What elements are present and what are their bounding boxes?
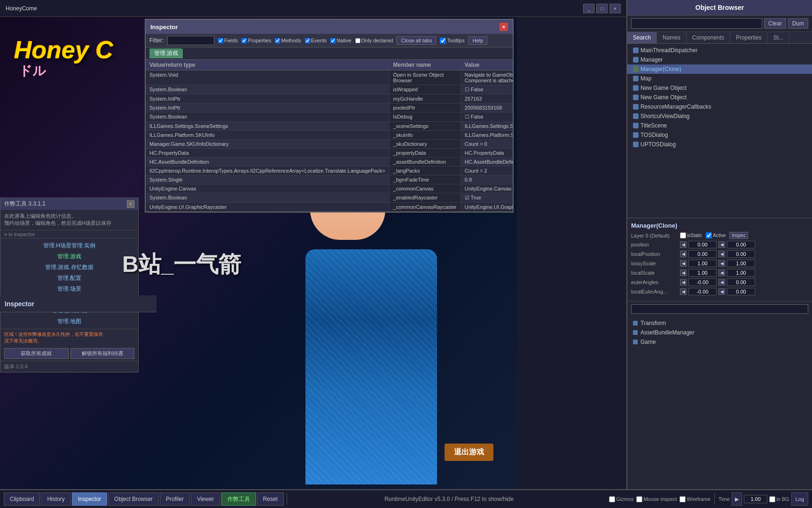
ob-item-10[interactable]: UPTOSDialog [627,140,812,149]
tab-search[interactable]: Search [627,32,657,43]
tool-item-7[interactable]: 管理.地图 [0,316,138,327]
table-row[interactable]: System.IntPtrpooledPtr2009683159168 [146,103,513,112]
properties-checkbox[interactable]: Properties [242,38,271,43]
inspector-button[interactable]: Inspector [72,492,107,506]
mc-ls-y[interactable] [727,260,755,267]
ob-item-7[interactable]: ShortcutViewDialog [627,111,812,121]
mc-ea-y[interactable] [727,278,755,286]
mc-pos-y[interactable] [727,241,755,248]
mc-lpos-y[interactable] [727,250,755,258]
profiler-button[interactable]: Profiler [160,492,190,506]
unlock-benefits-button[interactable]: 解锁所有福利待遇 [70,348,135,359]
tool-item-1[interactable]: 管理.游戏 [0,251,138,262]
mc-lsc-btn2[interactable]: ◀ [718,270,725,276]
table-row[interactable]: System.IntPtrmyGcHandle257163 [146,95,513,103]
methods-checkbox[interactable]: Methods [275,38,301,43]
time-play-button[interactable]: ▶ [732,492,742,506]
mc-pos-x[interactable] [688,241,717,248]
mc-lpos-btn2[interactable]: ◀ [718,251,725,257]
events-checkbox[interactable]: Events [305,38,327,43]
get-achievements-button[interactable]: 获取所有成就 [4,348,69,359]
table-row[interactable]: System.VoidOpen in Scene Object BrowserN… [146,71,513,85]
mc-le-y[interactable] [727,288,755,295]
ob-item-3[interactable]: Map [627,74,812,83]
inspector-close-button[interactable]: × [500,23,508,31]
table-row[interactable]: ILLGames.Settings.SceneSettings_sceneSet… [146,122,513,131]
filter-input[interactable] [167,36,214,45]
ob-item-2[interactable]: Manager(Clone) [627,64,812,74]
tab-names[interactable]: Names [657,32,687,43]
table-row[interactable]: ILLGames.Platform.SKUInfo_skuInfoILLGame… [146,131,513,140]
mc-ea-btn1[interactable]: ◀ [680,279,687,286]
inspect-button[interactable]: Inspec [729,232,748,239]
mc-le-x[interactable] [688,288,717,295]
help-button[interactable]: Help [468,36,488,45]
inspector-scroll-area[interactable]: Value/return type Member name Value Syst… [146,60,513,212]
native-checkbox[interactable]: Native [330,38,351,43]
ob-item-6[interactable]: ResourceManagerCallbacks [627,102,812,111]
ob-item-1[interactable]: Manager [627,55,812,64]
tab-components[interactable]: Components [687,32,730,43]
mc-ls-btn2[interactable]: ◀ [718,260,725,267]
table-row[interactable]: Manager.Game.SKUInfoDictionary_skuDictio… [146,140,513,149]
mc-lpos-x[interactable] [688,250,717,258]
mc-lsc-btn1[interactable]: ◀ [680,270,687,276]
mc-lsc-x[interactable] [688,269,717,277]
mc-le-btn2[interactable]: ◀ [718,288,725,295]
mouse-inspect-checkbox[interactable]: Mouse inspect [636,496,677,502]
ob-item-4[interactable]: New Game Object [627,83,812,93]
active-checkbox[interactable]: Active [706,232,726,238]
table-row[interactable]: UnityEngine.Canvas_commonCanvasUnityEngi… [146,184,513,193]
history-button[interactable]: History [41,492,70,506]
mc-le-btn1[interactable]: ◀ [680,288,687,295]
tool-item-2[interactable]: 管理.游戏.存忆数据 [0,262,138,273]
tool-item-4[interactable]: 管理.场景 [0,284,138,294]
reset-button[interactable]: Reset [257,492,284,506]
mc-lsc-y[interactable] [727,269,755,277]
mc-pos-btn1[interactable]: ◀ [680,241,687,248]
dump-button[interactable]: Dum [788,18,808,29]
table-row[interactable]: HC.AssetBundleDefinition_assetBundleDefi… [146,158,513,167]
close-all-tabs-button[interactable]: Close all tabs [397,36,436,45]
table-row[interactable]: UnityEngine.UI.GraphicRaycaster_commonCa… [146,203,513,212]
mc-ls-x[interactable] [688,260,717,267]
ob-item-8[interactable]: TitleScene [627,121,812,130]
table-row[interactable]: System.Boolean_enabledRaycaster☑ True [146,193,513,203]
table-row[interactable]: System.BooleanisWrapped☐ False [146,85,513,95]
minimize-button[interactable]: _ [583,4,594,13]
table-row[interactable]: Il2CppInterop.Runtime.InteropTypes.Array… [146,167,513,175]
wireframe-checkbox[interactable]: Wireframe [679,496,710,502]
object-browser-list[interactable]: MainThreadDispatcher Manager Manager(Clo… [627,44,812,218]
fields-checkbox[interactable]: Fields [218,38,238,43]
mc-lpos-btn1[interactable]: ◀ [680,251,687,257]
table-row[interactable]: HC.PropertyData_propertyDataHC.PropertyD… [146,149,513,158]
component-asset-bundle-manager[interactable]: AssetBundleManager [627,328,812,337]
mc-pos-btn2[interactable]: ◀ [718,241,725,248]
cheat-tool-button[interactable]: 作弊工具 [221,492,256,506]
object-browser-button[interactable]: Object Browser [108,492,159,506]
time-scale-input[interactable] [744,495,767,503]
tool-item-3[interactable]: 管理.配置 [0,273,138,284]
mc-ea-btn2[interactable]: ◀ [718,279,725,286]
tab-properties[interactable]: Properties [730,32,768,43]
viewer-button[interactable]: Viewer [191,492,220,506]
maximize-button[interactable]: □ [596,4,608,13]
ob-item-9[interactable]: TOSDialog [627,130,812,140]
log-button[interactable]: Log [791,492,808,506]
ob-item-0[interactable]: MainThreadDispatcher [627,46,812,55]
active-tab[interactable]: 管理.游戏 [149,48,183,58]
ob-item-5[interactable]: New Game Object [627,93,812,102]
only-declared-checkbox[interactable]: Only declared [355,38,393,43]
object-browser-search-input[interactable] [631,18,762,29]
cheat-tool-close-button[interactable]: × [127,200,134,208]
clipboard-button[interactable]: Clipboard [4,492,40,506]
table-row[interactable]: System.Single_bgmFadeTime0.8 [146,175,513,184]
is-static-checkbox[interactable]: isStatic [680,232,702,238]
mc-ea-x[interactable] [688,278,717,286]
component-game[interactable]: Game [627,337,812,347]
in-bg-checkbox[interactable]: in BG [769,496,789,502]
tooltips-checkbox[interactable]: Tooltips [440,38,464,44]
search-components-input[interactable] [631,304,808,314]
gizmos-checkbox[interactable]: Gizmos [609,496,633,502]
table-row[interactable]: System.BooleanIsDebug☐ False [146,112,513,122]
